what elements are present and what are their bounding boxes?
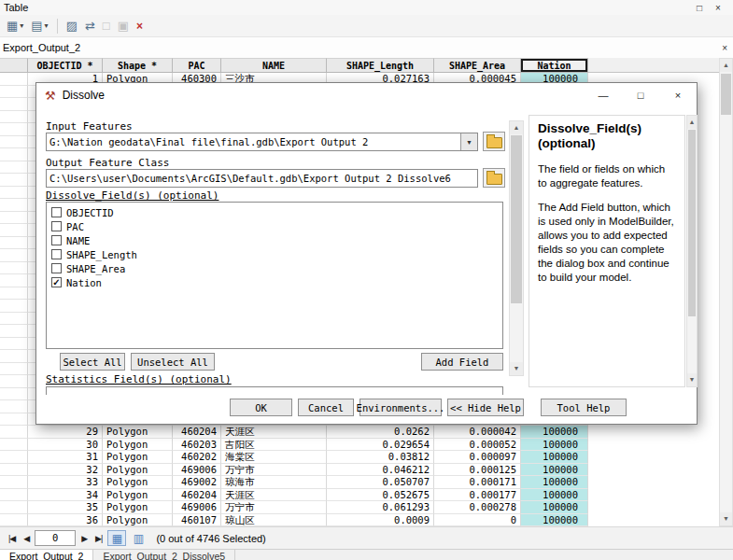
row-selector[interactable] <box>0 489 28 502</box>
field-checkbox-item[interactable]: NAME <box>49 233 500 247</box>
field-checkbox-item[interactable]: SHAPE_Area <box>49 261 500 275</box>
table-row[interactable]: 34 Polygon 460204 天涯区 0.052675 0.000177 … <box>0 489 719 502</box>
column-header-shape[interactable]: Shape * <box>103 58 173 73</box>
scroll-up-icon[interactable]: ▲ <box>510 121 523 134</box>
maximize-icon[interactable]: □ <box>690 3 709 13</box>
close-icon[interactable]: × <box>659 83 697 107</box>
field-checkbox-item[interactable]: ✓ Nation <box>49 275 500 289</box>
table-row[interactable]: 32 Polygon 469006 万宁市 0.046212 0.000125 … <box>0 464 719 477</box>
row-selector[interactable] <box>0 375 28 388</box>
minimize-icon[interactable]: — <box>585 83 622 107</box>
row-selector[interactable] <box>0 439 28 452</box>
table-row[interactable]: 36 Polygon 460107 琼山区 0.0009 0 100000 <box>0 514 719 527</box>
scrollbar-thumb[interactable] <box>721 74 731 115</box>
field-checkbox-item[interactable]: OBJECTID <box>49 205 500 219</box>
scrollbar-thumb[interactable] <box>511 135 522 303</box>
row-selector[interactable] <box>0 300 28 313</box>
scroll-up-icon[interactable]: ▲ <box>720 59 732 72</box>
row-selector[interactable] <box>0 350 28 363</box>
row-selector[interactable] <box>0 161 28 175</box>
row-selector[interactable] <box>0 262 28 275</box>
row-selector[interactable] <box>0 501 28 514</box>
table-row[interactable]: 35 Polygon 469006 万宁市 0.061293 0.000278 … <box>0 501 719 514</box>
field-checkbox-item[interactable]: SHAPE_Length <box>49 247 500 261</box>
table-vertical-scrollbar[interactable]: ▲ ▼ <box>719 58 733 526</box>
column-header-nation[interactable]: Nation <box>521 58 588 73</box>
column-header-shape-area[interactable]: SHAPE_Area <box>434 58 521 73</box>
row-selector[interactable] <box>0 325 28 338</box>
last-record-button[interactable]: ▶| <box>92 532 105 545</box>
help-panel-scrollbar[interactable]: ▲ ▼ <box>686 115 698 387</box>
row-selector[interactable] <box>0 426 28 439</box>
close-icon[interactable]: × <box>709 3 727 13</box>
tool-help-button[interactable]: Tool Help <box>541 399 627 416</box>
maximize-icon[interactable]: □ <box>622 83 659 107</box>
row-selector[interactable] <box>0 86 28 99</box>
statistics-fields-list[interactable] <box>46 386 503 395</box>
table-row[interactable]: 31 Polygon 460202 海棠区 0.03812 0.000097 1… <box>0 451 719 464</box>
row-selector[interactable] <box>0 237 28 250</box>
row-selector[interactable] <box>0 174 28 187</box>
column-header-objectid[interactable]: OBJECTID * <box>28 58 103 73</box>
row-selector[interactable] <box>0 73 28 86</box>
row-selector[interactable] <box>0 400 28 413</box>
cancel-button[interactable]: Cancel <box>298 399 354 416</box>
dissolve-fields-list[interactable]: OBJECTID PAC NAME SHAPE_Length SHAPE_Are… <box>46 202 503 349</box>
row-selector[interactable] <box>0 338 28 351</box>
column-header-pac[interactable]: PAC <box>173 58 221 73</box>
scroll-up-icon[interactable]: ▲ <box>687 116 697 129</box>
show-selected-records-button[interactable]: ▥ <box>129 530 148 546</box>
row-selector[interactable] <box>0 136 28 149</box>
scrollbar-thumb[interactable] <box>688 130 696 316</box>
checkbox-icon[interactable] <box>51 249 62 259</box>
row-selector[interactable] <box>0 187 28 200</box>
ok-button[interactable]: OK <box>230 399 292 416</box>
header-row-selector[interactable] <box>0 58 28 73</box>
column-header-name[interactable]: NAME <box>221 58 327 73</box>
browse-input-button[interactable] <box>483 132 505 151</box>
checkbox-icon[interactable] <box>51 221 62 231</box>
row-selector[interactable] <box>0 111 28 124</box>
row-selector[interactable] <box>0 98 28 111</box>
hide-help-button[interactable]: << Hide Help <box>447 399 524 416</box>
pane-close-icon[interactable]: × <box>722 43 727 53</box>
row-selector[interactable] <box>0 199 28 212</box>
related-tables-button[interactable]: ▤ ▾ <box>28 17 50 35</box>
row-selector[interactable] <box>0 464 28 477</box>
tab-export-output-2[interactable]: Export_Output_2 <box>0 550 93 560</box>
delete-selected-button[interactable]: × <box>134 17 146 35</box>
select-by-attributes-button[interactable]: ▨ <box>63 17 80 35</box>
checkbox-icon[interactable] <box>51 235 62 245</box>
row-selector[interactable] <box>0 148 28 161</box>
clear-selection-button[interactable]: □ <box>100 17 113 35</box>
environments-button[interactable]: Environments... <box>359 399 442 416</box>
browse-output-button[interactable] <box>483 168 505 188</box>
input-features-combobox[interactable]: G:\Nation_geodata\Final_file\final.gdb\E… <box>46 133 478 151</box>
row-selector[interactable] <box>0 476 28 489</box>
row-selector[interactable] <box>0 388 28 401</box>
dialog-titlebar[interactable]: ⚒ Dissolve — □ × <box>36 83 697 107</box>
row-selector[interactable] <box>0 313 28 326</box>
show-all-records-button[interactable]: ▦ <box>107 530 126 546</box>
record-number-input[interactable]: 0 <box>35 530 76 546</box>
row-selector[interactable] <box>0 287 28 301</box>
output-feature-class-input[interactable]: C:\Users\user\Documents\ArcGIS\Default.g… <box>46 169 478 188</box>
tab-export-output-2-dissolve5[interactable]: Export_Output_2_Dissolve5 <box>93 550 235 560</box>
row-selector[interactable] <box>0 363 28 376</box>
previous-record-button[interactable]: ◀ <box>21 532 32 545</box>
table-row[interactable]: 33 Polygon 469002 琼海市 0.050707 0.000171 … <box>0 476 719 489</box>
next-record-button[interactable]: ▶ <box>78 532 90 545</box>
switch-selection-button[interactable]: ⇄ <box>82 17 98 35</box>
select-all-button[interactable]: Select All <box>60 353 125 371</box>
first-record-button[interactable]: |◀ <box>6 532 18 545</box>
table-row[interactable]: 29 Polygon 460204 天涯区 0.0262 0.000042 10… <box>0 426 719 439</box>
field-checkbox-item[interactable]: PAC <box>49 219 500 233</box>
scroll-down-icon[interactable]: ▼ <box>687 373 697 386</box>
scroll-down-icon[interactable]: ▼ <box>510 362 523 375</box>
row-selector[interactable] <box>0 274 28 287</box>
checkbox-icon[interactable] <box>51 207 62 217</box>
zoom-to-selected-button[interactable]: ▣ <box>115 17 132 35</box>
row-selector[interactable] <box>0 413 28 427</box>
row-selector[interactable] <box>0 224 28 237</box>
row-selector[interactable] <box>0 212 28 225</box>
